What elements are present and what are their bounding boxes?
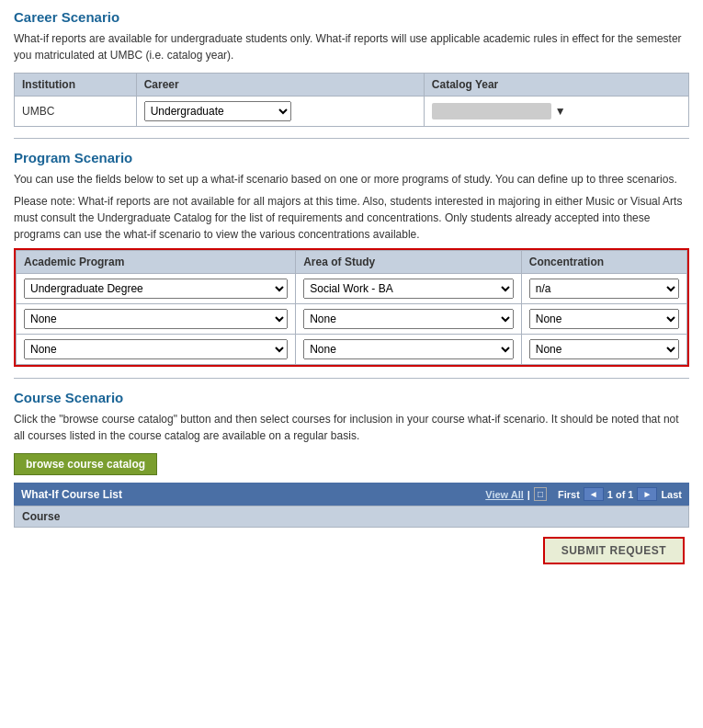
last-page-link[interactable]: Last — [661, 489, 682, 500]
program-scenario-title: Program Scenario — [14, 150, 689, 165]
prev-page-button[interactable]: ◄ — [584, 487, 604, 501]
prog-row3-concentration-select[interactable]: None — [529, 339, 679, 359]
prog-row1-concentration-cell: n/a None — [521, 274, 686, 304]
career-col-catalog-year: Catalog Year — [424, 74, 688, 97]
prog-row1-area-select[interactable]: Social Work - BA None — [303, 279, 514, 299]
prog-col-concentration: Concentration — [521, 251, 686, 274]
course-list-pagination: View All | □ First ◄ 1 of 1 ► Last — [485, 487, 682, 501]
career-institution-value: UMBC — [15, 97, 137, 127]
program-scenario-desc1: You can use the fields below to set up a… — [14, 171, 689, 188]
submit-request-button[interactable]: SUBMIT REQUEST — [543, 537, 685, 564]
course-scenario-title: Course Scenario — [14, 390, 689, 405]
program-row-2: None Undergraduate Degree None None — [17, 304, 687, 335]
prog-row2-program-select[interactable]: None Undergraduate Degree — [24, 309, 288, 329]
divider-2 — [14, 378, 689, 379]
prog-row3-area-cell: None — [296, 335, 522, 365]
view-all-link[interactable]: View All — [485, 489, 524, 500]
page-indicator: 1 of 1 — [607, 489, 634, 500]
prog-row1-program-cell: Undergraduate Degree None — [17, 274, 296, 304]
program-scenario-desc2: Please note: What-if reports are not ava… — [14, 193, 689, 243]
prog-row1-program-select[interactable]: Undergraduate Degree None — [24, 279, 288, 299]
prog-col-area: Area of Study — [296, 251, 522, 274]
prog-row1-area-cell: Social Work - BA None — [296, 274, 522, 304]
course-list-header: What-If Course List View All | □ First ◄… — [14, 483, 689, 506]
prog-row2-program-cell: None Undergraduate Degree — [17, 304, 296, 335]
career-career-cell: Undergraduate — [136, 97, 424, 127]
new-window-icon[interactable]: □ — [534, 487, 547, 501]
view-all-separator: | — [527, 489, 530, 500]
prog-row2-concentration-select[interactable]: None — [529, 309, 679, 329]
prog-row2-area-cell: None — [296, 304, 522, 335]
career-scenario-desc: What-if reports are available for underg… — [14, 30, 689, 63]
career-select[interactable]: Undergraduate — [144, 101, 291, 121]
program-table: Academic Program Area of Study Concentra… — [16, 250, 687, 365]
first-page-link[interactable]: First — [558, 489, 580, 500]
prog-row3-area-select[interactable]: None — [303, 339, 514, 359]
career-table: Institution Career Catalog Year UMBC Und… — [14, 73, 689, 127]
course-scenario-desc: Click the "browse course catalog" button… — [14, 411, 689, 444]
career-col-career: Career — [136, 74, 424, 97]
career-col-institution: Institution — [15, 74, 137, 97]
divider-1 — [14, 138, 689, 139]
prog-row1-concentration-select[interactable]: n/a None — [529, 279, 679, 299]
career-catalog-year-cell: ████ ███ ▼ — [424, 97, 688, 127]
catalog-year-dropdown-icon[interactable]: ▼ — [555, 105, 566, 118]
browse-course-catalog-button[interactable]: browse course catalog — [14, 453, 157, 475]
prog-row3-program-cell: None Undergraduate Degree — [17, 335, 296, 365]
program-row-1: Undergraduate Degree None Social Work - … — [17, 274, 687, 304]
prog-row3-concentration-cell: None — [521, 335, 686, 365]
course-list-title: What-If Course List — [21, 488, 122, 501]
prog-row2-area-select[interactable]: None — [303, 309, 514, 329]
career-scenario-title: Career Scenario — [14, 9, 689, 25]
prog-col-program: Academic Program — [17, 251, 296, 274]
program-row-3: None Undergraduate Degree None None — [17, 335, 687, 365]
prog-row3-program-select[interactable]: None Undergraduate Degree — [24, 339, 288, 359]
catalog-year-blurred: ████ ███ — [432, 103, 551, 119]
prog-row2-concentration-cell: None — [521, 304, 686, 335]
course-column-header: Course — [14, 506, 689, 528]
program-table-wrapper: Academic Program Area of Study Concentra… — [14, 248, 689, 367]
submit-area: SUBMIT REQUEST — [14, 537, 689, 564]
next-page-button[interactable]: ► — [637, 487, 657, 501]
